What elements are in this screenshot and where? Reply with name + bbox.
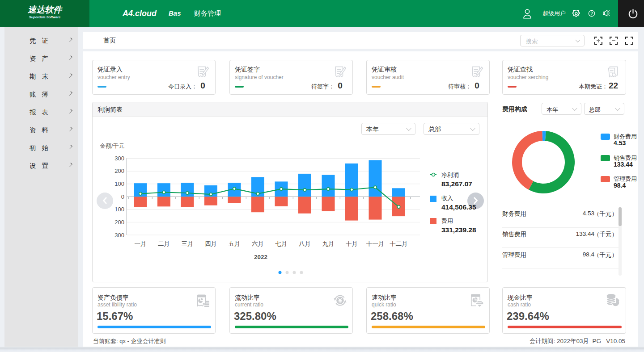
svg-text:费用: 费用 bbox=[441, 218, 453, 224]
svg-text:八月: 八月 bbox=[299, 240, 311, 247]
svg-text:83,267.07: 83,267.07 bbox=[441, 180, 472, 188]
svg-text:300: 300 bbox=[114, 155, 124, 162]
svg-text:300: 300 bbox=[114, 232, 124, 239]
svg-text:七月: 七月 bbox=[275, 240, 288, 247]
svg-text:六月: 六月 bbox=[252, 240, 264, 247]
svg-text:十一月: 十一月 bbox=[366, 240, 385, 247]
svg-text:0: 0 bbox=[121, 193, 124, 200]
svg-text:二月: 二月 bbox=[158, 240, 170, 247]
svg-text:200: 200 bbox=[114, 168, 124, 174]
svg-text:三月: 三月 bbox=[182, 240, 194, 247]
svg-text:十月: 十月 bbox=[346, 240, 358, 247]
svg-text:净利润: 净利润 bbox=[441, 172, 459, 178]
svg-text:四月: 四月 bbox=[205, 240, 217, 247]
svg-text:200: 200 bbox=[114, 219, 124, 226]
svg-text:2022: 2022 bbox=[254, 254, 267, 260]
svg-text:五月: 五月 bbox=[229, 240, 241, 247]
svg-text:414,506.35: 414,506.35 bbox=[441, 203, 476, 211]
svg-text:十二月: 十二月 bbox=[390, 240, 408, 247]
svg-text:收入: 收入 bbox=[441, 195, 453, 201]
svg-text:331,239.28: 331,239.28 bbox=[441, 226, 476, 234]
svg-text:一月: 一月 bbox=[135, 240, 147, 247]
svg-text:100: 100 bbox=[114, 206, 124, 213]
svg-text:九月: 九月 bbox=[322, 240, 335, 247]
svg-text:100: 100 bbox=[114, 180, 124, 187]
